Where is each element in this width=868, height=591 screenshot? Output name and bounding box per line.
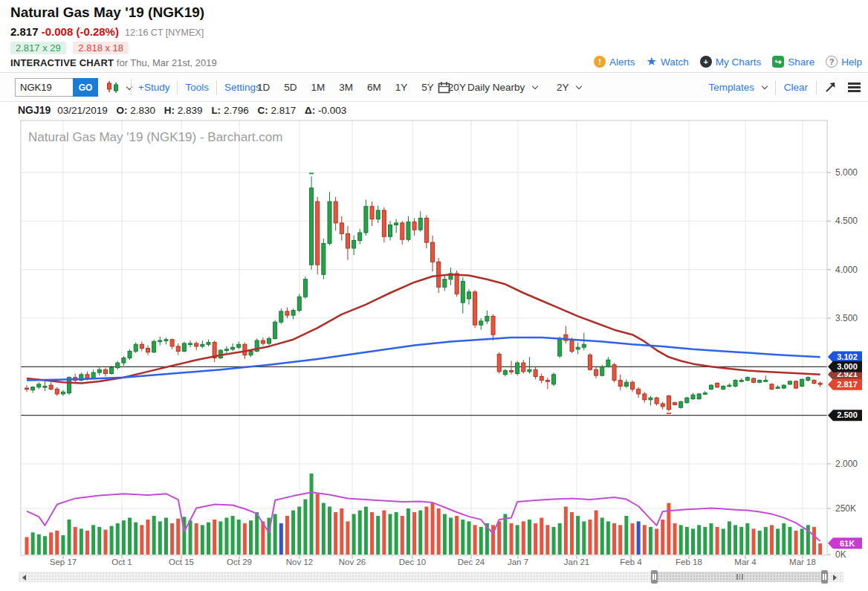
svg-text:Natural Gas May '19 (NGK19) -: Natural Gas May '19 (NGK19) - Barchart.c… bbox=[28, 130, 282, 144]
svg-text:Dec 24: Dec 24 bbox=[458, 558, 485, 566]
svg-text:0K: 0K bbox=[835, 549, 846, 560]
chevron-down-icon bbox=[576, 83, 582, 89]
range-button-5d[interactable]: 5D bbox=[284, 82, 297, 93]
chart-type-selector[interactable] bbox=[106, 80, 132, 94]
help-icon: ? bbox=[826, 56, 838, 68]
svg-text:4.000: 4.000 bbox=[835, 265, 858, 275]
separator bbox=[177, 81, 178, 94]
gridlines-layer bbox=[21, 120, 827, 555]
svg-text:Feb 4: Feb 4 bbox=[620, 558, 642, 566]
range-button-6m[interactable]: 6M bbox=[367, 82, 381, 93]
svg-text:Nov 12: Nov 12 bbox=[286, 558, 313, 566]
chart-toolbar: GO +Study Tools Settings 1D5D1M3M6M1Y5Y2… bbox=[0, 73, 868, 102]
volume-layer bbox=[25, 474, 823, 555]
menu-icon[interactable] bbox=[848, 81, 861, 94]
svg-text:3.500: 3.500 bbox=[835, 313, 858, 323]
svg-text:Dec 10: Dec 10 bbox=[399, 558, 426, 566]
toolbar-right: Templates Clear bbox=[708, 73, 861, 102]
watermark-layer: Natural Gas May '19 (NGK19) - Barchart.c… bbox=[28, 130, 282, 144]
open-label: O: bbox=[116, 105, 127, 116]
share-icon: ↪ bbox=[772, 56, 784, 68]
ohlc-date: 03/21/2019 bbox=[57, 105, 108, 116]
svg-text:4.500: 4.500 bbox=[835, 216, 858, 226]
svg-text:Oct 29: Oct 29 bbox=[227, 558, 252, 566]
scrollbar-left-handle[interactable] bbox=[651, 570, 658, 584]
chevron-down-icon bbox=[532, 83, 538, 89]
toolbar-middle: Daily Nearby 2Y bbox=[421, 73, 581, 102]
calendar-icon[interactable] bbox=[438, 81, 450, 94]
interactive-chart-date: for Thu, Mar 21st, 2019 bbox=[114, 57, 217, 68]
bid-ask-row: 2.817 x 29 2.818 x 18 bbox=[10, 42, 133, 54]
scroll-left-arrow[interactable] bbox=[22, 575, 26, 581]
templates-label: Templates bbox=[708, 82, 754, 93]
range-button-1y[interactable]: 1Y bbox=[395, 82, 408, 93]
bid-chip: 2.817 x 29 bbox=[10, 42, 66, 54]
price-chart-canvas[interactable]: Natural Gas May '19 (NGK19) - Barchart.c… bbox=[0, 119, 868, 571]
scroll-right-arrow[interactable] bbox=[833, 575, 837, 581]
high-label: H: bbox=[164, 105, 175, 116]
scrollbar-right-handle[interactable] bbox=[821, 570, 828, 584]
alert-icon: ! bbox=[594, 56, 606, 68]
range-button-1m[interactable]: 1M bbox=[311, 82, 326, 93]
candlestick-icon bbox=[106, 80, 122, 94]
range-button-3m[interactable]: 3M bbox=[339, 82, 353, 93]
my-charts-label: My Charts bbox=[716, 56, 762, 68]
go-button[interactable]: GO bbox=[73, 78, 98, 97]
share-label: Share bbox=[788, 56, 814, 68]
svg-text:2.500: 2.500 bbox=[837, 410, 858, 419]
separator bbox=[775, 81, 776, 94]
svg-text:3.000: 3.000 bbox=[837, 362, 858, 371]
my-charts-link[interactable]: + My Charts bbox=[700, 56, 762, 68]
alerts-label: Alerts bbox=[609, 56, 635, 68]
settings-button[interactable]: Settings bbox=[224, 82, 261, 93]
share-link[interactable]: ↪ Share bbox=[772, 56, 814, 68]
svg-text:Mar 18: Mar 18 bbox=[789, 558, 816, 566]
price-change: -0.008 (-0.28%) bbox=[42, 25, 119, 38]
scrollbar-grip[interactable] bbox=[736, 574, 743, 580]
high-value: 2.839 bbox=[178, 105, 203, 116]
page-title: Natural Gas May '19 (NGK19) bbox=[10, 4, 204, 21]
svg-text:Sep 17: Sep 17 bbox=[50, 558, 77, 566]
templates-dropdown[interactable]: Templates bbox=[708, 82, 766, 93]
svg-text:250K: 250K bbox=[835, 503, 856, 514]
toolbar-links: +Study Tools Settings bbox=[138, 73, 261, 102]
quote-line: 2.817 -0.008 (-0.28%) 12:16 CT [NYMEX] bbox=[10, 25, 204, 38]
svg-text:Mar 4: Mar 4 bbox=[734, 558, 757, 566]
expand-arrow-icon[interactable] bbox=[825, 82, 836, 93]
header-links: ! Alerts ★ Watch + My Charts ↪ Share ? H… bbox=[588, 56, 862, 68]
close-label: C: bbox=[257, 105, 268, 116]
close-value: 2.817 bbox=[271, 105, 296, 116]
help-link[interactable]: ? Help bbox=[826, 56, 862, 68]
watch-link[interactable]: ★ Watch bbox=[647, 56, 689, 68]
last-price: 2.817 bbox=[10, 25, 39, 38]
alerts-link[interactable]: ! Alerts bbox=[594, 56, 635, 68]
symbol-input[interactable] bbox=[15, 78, 73, 97]
chart-scrollbar-track[interactable] bbox=[19, 572, 843, 582]
low-value: 2.796 bbox=[224, 105, 249, 116]
range-button-1d[interactable]: 1D bbox=[257, 82, 270, 93]
svg-text:Jan 7: Jan 7 bbox=[508, 558, 528, 566]
tools-button[interactable]: Tools bbox=[185, 82, 209, 93]
add-study-button[interactable]: +Study bbox=[138, 82, 169, 93]
svg-text:2.817: 2.817 bbox=[837, 380, 858, 389]
quote-timestamp: 12:16 CT [NYMEX] bbox=[125, 28, 204, 38]
separator bbox=[216, 81, 217, 94]
span-value: 2Y bbox=[557, 82, 569, 93]
ohlc-readout: NGJ19 03/21/2019 O: 2.830 H: 2.839 L: 2.… bbox=[18, 104, 352, 116]
svg-text:Nov 26: Nov 26 bbox=[339, 558, 366, 566]
ask-chip: 2.818 x 18 bbox=[73, 42, 129, 54]
price-flags-layer: 3.1022.9213.0002.8172.50061K bbox=[828, 352, 862, 549]
svg-text:Oct 15: Oct 15 bbox=[169, 558, 194, 566]
chevron-down-icon bbox=[761, 83, 767, 89]
ohlc-symbol: NGJ19 bbox=[18, 104, 51, 116]
toolbar-separator bbox=[131, 79, 132, 95]
candles-layer bbox=[25, 172, 823, 414]
frequency-dropdown[interactable]: Daily Nearby bbox=[467, 82, 537, 93]
low-label: L: bbox=[211, 105, 221, 116]
svg-text:Jan 21: Jan 21 bbox=[564, 558, 590, 566]
open-value: 2.830 bbox=[130, 105, 155, 116]
separator bbox=[429, 81, 430, 94]
clear-button[interactable]: Clear bbox=[784, 82, 808, 93]
star-icon: ★ bbox=[647, 56, 657, 68]
span-dropdown[interactable]: 2Y bbox=[557, 82, 581, 93]
